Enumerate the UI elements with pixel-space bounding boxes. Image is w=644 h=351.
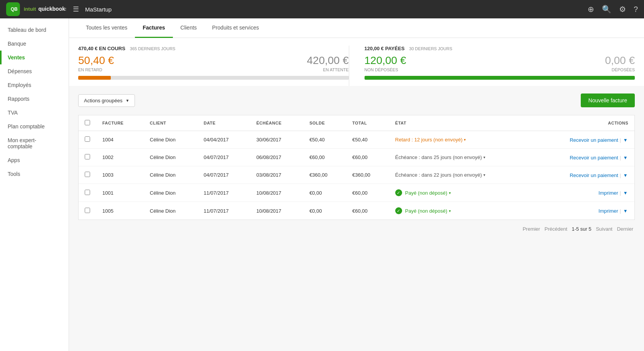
nouvelle-facture-button[interactable]: Nouvelle facture (581, 93, 635, 107)
logo-area[interactable]: QB intuit quickbooks (6, 2, 66, 16)
action-dropdown-button[interactable]: ▾ (623, 208, 628, 214)
undeposited-label: NON DÉPOSÉES (365, 67, 406, 72)
row-total: €60,00 (346, 149, 389, 166)
action-dropdown-button[interactable]: ▾ (623, 172, 628, 178)
action-dropdown-button[interactable]: ▾ (623, 137, 628, 143)
summary-total-en-cours: 470,40 € EN COURS (78, 46, 125, 51)
row-checkbox[interactable] (85, 208, 90, 213)
amount-overdue: 50,40 € EN RETARD (78, 54, 114, 72)
sidebar-item-tableau-de-bord[interactable]: Tableau de bord (0, 23, 69, 37)
status-badge[interactable]: ✓Payé (non déposé) ▾ (395, 207, 451, 214)
status-badge[interactable]: ✓Payé (non déposé) ▾ (395, 189, 451, 196)
table-row: 1001 Céline Dion 11/07/2017 10/08/2017 €… (79, 184, 634, 202)
amount-undeposited: 120,00 € NON DÉPOSÉES (365, 54, 406, 72)
action-primary-link[interactable]: Recevoir un paiement (570, 155, 618, 161)
row-client: Céline Dion (144, 202, 197, 220)
svg-text:QB: QB (11, 7, 18, 12)
quickbooks-logo: QB (6, 2, 20, 16)
row-etat: Retard : 12 jours (non envoyé) ▾ (389, 131, 534, 149)
action-primary-link[interactable]: Recevoir un paiement (570, 172, 618, 178)
summary-bar-fill-left (78, 76, 111, 80)
tab-toutes-ventes[interactable]: Toutes les ventes (78, 18, 135, 38)
action-primary-link[interactable]: Imprimer (598, 208, 618, 214)
header-facture: FACTURE (96, 115, 144, 131)
pagination-prev[interactable]: Précédent (545, 226, 567, 232)
sidebar-item-tva[interactable]: TVA (0, 106, 69, 120)
row-checkbox[interactable] (85, 190, 90, 195)
add-icon[interactable]: ⊕ (588, 5, 594, 14)
paid-check-icon: ✓ (395, 207, 402, 214)
status-chevron-icon: ▾ (483, 155, 485, 159)
row-facture: 1003 (96, 166, 144, 184)
pagination-first[interactable]: Premier (522, 226, 540, 232)
row-facture: 1002 (96, 149, 144, 166)
table-row: 1004 Céline Dion 04/04/2017 30/06/2017 €… (79, 131, 634, 149)
sidebar-item-employes[interactable]: Employés (0, 78, 69, 92)
row-etat: Échéance : dans 22 jours (non envoyé) ▾ (389, 166, 534, 184)
main-layout: Tableau de bord Banque Ventes Dépenses E… (0, 18, 644, 351)
row-total: €60,00 (346, 202, 389, 220)
tab-produits-services[interactable]: Produits et services (204, 18, 266, 38)
row-total: €360,00 (346, 166, 389, 184)
status-badge[interactable]: Échéance : dans 22 jours (non envoyé) ▾ (395, 172, 485, 178)
row-checkbox[interactable] (85, 172, 90, 177)
sidebar-item-depenses[interactable]: Dépenses (0, 64, 69, 78)
row-actions: Recevoir un paiement|▾ (534, 166, 634, 184)
row-actions: Imprimer|▾ (534, 202, 634, 220)
tab-factures[interactable]: Factures (135, 18, 172, 38)
sidebar-item-ventes[interactable]: Ventes (0, 51, 69, 64)
status-chevron-icon: ▾ (464, 138, 466, 142)
status-badge[interactable]: Retard : 12 jours (non envoyé) ▾ (395, 137, 466, 143)
action-separator: | (620, 190, 621, 196)
header-checkbox (79, 115, 96, 131)
help-icon[interactable]: ? (634, 5, 638, 14)
main-content: Toutes les ventes Factures Clients Produ… (69, 18, 644, 351)
pagination-next[interactable]: Suivant (596, 226, 612, 232)
action-separator: | (620, 155, 621, 161)
row-checkbox[interactable] (85, 154, 90, 159)
row-date: 04/04/2017 (197, 131, 250, 149)
status-badge[interactable]: Échéance : dans 25 jours (non envoyé) ▾ (395, 154, 485, 160)
action-dropdown-button[interactable]: ▾ (623, 154, 628, 161)
top-nav-actions: ⊕ 🔍 ⚙ ? (588, 5, 638, 14)
sidebar-item-expert-comptable[interactable]: Mon expert-comptable (0, 133, 69, 153)
tab-clients[interactable]: Clients (173, 18, 205, 38)
status-chevron-icon: ▾ (483, 173, 485, 177)
row-date: 04/07/2017 (197, 149, 250, 166)
search-icon[interactable]: 🔍 (602, 5, 611, 14)
action-primary-link[interactable]: Imprimer (598, 190, 618, 196)
chevron-down-icon: ▼ (125, 98, 129, 103)
brand-name: intuit quickbooks (24, 5, 66, 14)
header-total: TOTAL (346, 115, 389, 131)
action-dropdown-button[interactable]: ▾ (623, 190, 628, 196)
row-checkbox-cell (79, 202, 96, 220)
header-actions: ACTIONS (534, 115, 634, 131)
row-echeance: 03/08/2017 (250, 166, 303, 184)
row-client: Céline Dion (144, 166, 197, 184)
sidebar-item-rapports[interactable]: Rapports (0, 92, 69, 106)
table-row: 1003 Céline Dion 04/07/2017 03/08/2017 €… (79, 166, 634, 184)
company-name[interactable]: MaStartup (85, 6, 112, 13)
summary-bar-fill-right (365, 76, 635, 80)
row-facture: 1001 (96, 184, 144, 202)
sidebar-item-banque[interactable]: Banque (0, 37, 69, 51)
amount-pending: 420,00 € EN ATTENTE (307, 54, 349, 72)
row-solde: €360,00 (303, 166, 346, 184)
actions-groupees-button[interactable]: Actions groupées ▼ (78, 94, 135, 107)
settings-icon[interactable]: ⚙ (619, 5, 626, 14)
action-primary-link[interactable]: Recevoir un paiement (570, 137, 618, 143)
sidebar-item-tools[interactable]: Tools (0, 167, 69, 181)
row-echeance: 30/06/2017 (250, 131, 303, 149)
select-all-checkbox[interactable] (85, 120, 90, 125)
pagination-info: 1-5 sur 5 (572, 226, 591, 232)
tabs-bar: Toutes les ventes Factures Clients Produ… (69, 18, 644, 38)
pagination: Premier Précédent 1-5 sur 5 Suivant Dern… (69, 220, 644, 238)
sidebar-item-plan-comptable[interactable]: Plan comptable (0, 120, 69, 133)
sidebar-item-apps[interactable]: Apps (0, 153, 69, 167)
row-checkbox[interactable] (85, 136, 90, 142)
overdue-label: EN RETARD (78, 67, 114, 72)
status-chevron-icon: ▾ (449, 209, 451, 213)
hamburger-icon[interactable]: ☰ (73, 5, 79, 13)
header-solde: SOLDE (303, 115, 346, 131)
pagination-last[interactable]: Dernier (617, 226, 633, 232)
